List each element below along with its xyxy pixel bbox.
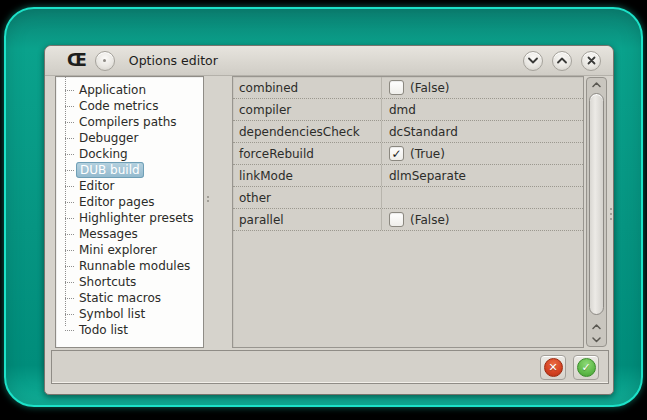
accept-check-icon: ✓ <box>577 358 596 377</box>
menu-dot-icon <box>103 59 106 62</box>
property-row-parallel[interactable]: parallel (False) <box>233 209 583 231</box>
scroll-up-button[interactable] <box>587 78 606 91</box>
property-row-dependenciescheck[interactable]: dependenciesCheck dcStandard <box>233 121 583 143</box>
property-value: ✓ (True) <box>381 143 583 164</box>
sidebar-item-docking[interactable]: Docking <box>76 146 201 162</box>
property-value: (False) <box>381 77 583 98</box>
sidebar-item-messages[interactable]: Messages <box>76 226 201 242</box>
sidebar-item-todo-list[interactable]: Todo list <box>76 322 201 338</box>
property-row-forcerebuild[interactable]: forceRebuild ✓ (True) <box>233 143 583 165</box>
property-value <box>381 187 583 208</box>
property-name: linkMode <box>233 169 381 183</box>
category-tree: Application Code metrics Compilers paths… <box>56 77 203 338</box>
sidebar-item-code-metrics[interactable]: Code metrics <box>76 98 201 114</box>
close-icon <box>587 56 596 65</box>
property-name: parallel <box>233 213 381 227</box>
scroll-up-button-2[interactable] <box>592 320 601 333</box>
chevron-up-icon <box>557 57 567 64</box>
property-name: dependenciesCheck <box>233 125 381 139</box>
property-name: compiler <box>233 103 381 117</box>
property-name: other <box>233 191 381 205</box>
scroll-down-button[interactable] <box>592 333 601 346</box>
sidebar-item-symbol-list[interactable]: Symbol list <box>76 306 201 322</box>
sidebar-item-static-macros[interactable]: Static macros <box>76 290 201 306</box>
bool-value-label: (False) <box>410 81 450 95</box>
property-grid: combined (False) compiler dmd dependenci… <box>232 76 584 348</box>
chevron-down-icon <box>592 337 601 343</box>
property-value: (False) <box>381 209 583 230</box>
sidebar-splitter-grip[interactable] <box>205 196 211 208</box>
minimize-button[interactable] <box>523 51 543 71</box>
property-name: forceRebuild <box>233 147 381 161</box>
sidebar-item-editor-pages[interactable]: Editor pages <box>76 194 201 210</box>
sidebar-item-editor[interactable]: Editor <box>76 178 201 194</box>
property-row-linkmode[interactable]: linkMode dlmSeparate <box>233 165 583 187</box>
window-edge-grip[interactable] <box>609 208 613 228</box>
text-value-label: dlmSeparate <box>389 169 466 183</box>
property-row-compiler[interactable]: compiler dmd <box>233 99 583 121</box>
maximize-button[interactable] <box>552 51 572 71</box>
chevron-down-icon <box>528 57 538 64</box>
coedit-logo-icon: Œ <box>67 52 87 69</box>
footer-bar: ✕ ✓ <box>51 350 609 384</box>
window-controls <box>523 51 601 71</box>
parallel-checkbox[interactable] <box>389 212 404 227</box>
property-value: dcStandard <box>381 121 583 142</box>
sidebar-item-dub-build[interactable]: DUB build <box>76 162 201 178</box>
sidebar-item-highlighter-presets[interactable]: Highlighter presets <box>76 210 201 226</box>
accept-button[interactable]: ✓ <box>573 355 599 380</box>
category-tree-panel: Application Code metrics Compilers paths… <box>55 76 204 348</box>
bool-value-label: (True) <box>410 147 445 161</box>
property-row-other[interactable]: other <box>233 187 583 209</box>
property-value: dmd <box>381 99 583 120</box>
titlebar[interactable]: Œ Options editor <box>45 46 613 76</box>
property-value: dlmSeparate <box>381 165 583 186</box>
options-editor-window: Œ Options editor <box>44 45 614 395</box>
cancel-x-icon: ✕ <box>544 358 563 377</box>
close-button[interactable] <box>581 51 601 71</box>
sidebar-item-runnable-modules[interactable]: Runnable modules <box>76 258 201 274</box>
chevron-up-icon <box>592 82 601 88</box>
grid-vertical-scrollbar[interactable] <box>586 77 607 347</box>
window-menu-button[interactable] <box>95 51 115 71</box>
chevron-up-icon <box>592 324 601 330</box>
scrollbar-thumb[interactable] <box>589 93 604 315</box>
sidebar-item-debugger[interactable]: Debugger <box>76 130 201 146</box>
teal-desktop-frame: Œ Options editor <box>4 7 643 407</box>
property-name: combined <box>233 81 381 95</box>
bool-value-label: (False) <box>410 213 450 227</box>
check-icon: ✓ <box>391 148 401 160</box>
sidebar-item-mini-explorer[interactable]: Mini explorer <box>76 242 201 258</box>
property-row-combined[interactable]: combined (False) <box>233 77 583 99</box>
forcerebuild-checkbox[interactable]: ✓ <box>389 146 404 161</box>
window-title: Options editor <box>129 53 523 68</box>
combined-checkbox[interactable] <box>389 80 404 95</box>
cancel-button[interactable]: ✕ <box>540 355 566 380</box>
sidebar-item-shortcuts[interactable]: Shortcuts <box>76 274 201 290</box>
text-value-label: dmd <box>389 103 416 117</box>
text-value-label: dcStandard <box>389 125 458 139</box>
sidebar-item-application[interactable]: Application <box>76 82 201 98</box>
sidebar-item-compilers-paths[interactable]: Compilers paths <box>76 114 201 130</box>
